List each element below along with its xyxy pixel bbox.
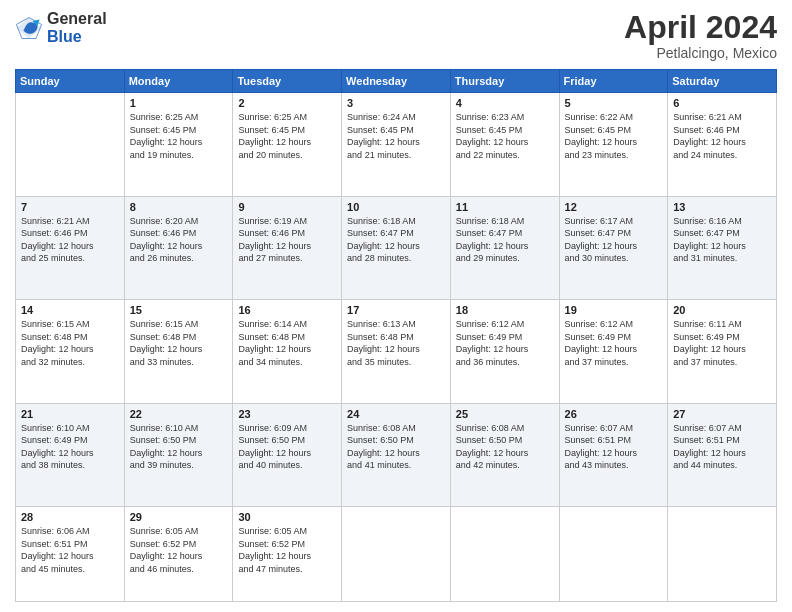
calendar-cell: 28Sunrise: 6:06 AM Sunset: 6:51 PM Dayli… xyxy=(16,507,125,602)
calendar-header-monday: Monday xyxy=(124,70,233,93)
calendar-cell: 23Sunrise: 6:09 AM Sunset: 6:50 PM Dayli… xyxy=(233,403,342,506)
day-number: 23 xyxy=(238,408,336,420)
day-info: Sunrise: 6:23 AM Sunset: 6:45 PM Dayligh… xyxy=(456,111,554,161)
day-info: Sunrise: 6:12 AM Sunset: 6:49 PM Dayligh… xyxy=(565,318,663,368)
calendar-table: SundayMondayTuesdayWednesdayThursdayFrid… xyxy=(15,69,777,602)
logo-blue: Blue xyxy=(47,28,107,46)
day-number: 12 xyxy=(565,201,663,213)
day-number: 28 xyxy=(21,511,119,523)
calendar-cell: 18Sunrise: 6:12 AM Sunset: 6:49 PM Dayli… xyxy=(450,300,559,403)
day-number: 1 xyxy=(130,97,228,109)
day-info: Sunrise: 6:16 AM Sunset: 6:47 PM Dayligh… xyxy=(673,215,771,265)
day-info: Sunrise: 6:08 AM Sunset: 6:50 PM Dayligh… xyxy=(456,422,554,472)
calendar-header-friday: Friday xyxy=(559,70,668,93)
day-number: 8 xyxy=(130,201,228,213)
day-info: Sunrise: 6:18 AM Sunset: 6:47 PM Dayligh… xyxy=(456,215,554,265)
calendar-cell: 14Sunrise: 6:15 AM Sunset: 6:48 PM Dayli… xyxy=(16,300,125,403)
day-info: Sunrise: 6:25 AM Sunset: 6:45 PM Dayligh… xyxy=(130,111,228,161)
day-number: 20 xyxy=(673,304,771,316)
calendar-header-wednesday: Wednesday xyxy=(342,70,451,93)
day-number: 14 xyxy=(21,304,119,316)
day-number: 13 xyxy=(673,201,771,213)
day-number: 15 xyxy=(130,304,228,316)
calendar-cell: 29Sunrise: 6:05 AM Sunset: 6:52 PM Dayli… xyxy=(124,507,233,602)
day-number: 2 xyxy=(238,97,336,109)
logo-text: General Blue xyxy=(47,10,107,45)
calendar-cell: 3Sunrise: 6:24 AM Sunset: 6:45 PM Daylig… xyxy=(342,93,451,196)
day-number: 30 xyxy=(238,511,336,523)
calendar-cell xyxy=(16,93,125,196)
calendar-cell: 19Sunrise: 6:12 AM Sunset: 6:49 PM Dayli… xyxy=(559,300,668,403)
day-info: Sunrise: 6:21 AM Sunset: 6:46 PM Dayligh… xyxy=(21,215,119,265)
calendar-header-row: SundayMondayTuesdayWednesdayThursdayFrid… xyxy=(16,70,777,93)
calendar-week-3: 14Sunrise: 6:15 AM Sunset: 6:48 PM Dayli… xyxy=(16,300,777,403)
day-number: 16 xyxy=(238,304,336,316)
day-number: 17 xyxy=(347,304,445,316)
calendar-cell: 20Sunrise: 6:11 AM Sunset: 6:49 PM Dayli… xyxy=(668,300,777,403)
calendar-cell xyxy=(668,507,777,602)
day-number: 29 xyxy=(130,511,228,523)
day-info: Sunrise: 6:05 AM Sunset: 6:52 PM Dayligh… xyxy=(238,525,336,575)
day-number: 7 xyxy=(21,201,119,213)
calendar-cell: 2Sunrise: 6:25 AM Sunset: 6:45 PM Daylig… xyxy=(233,93,342,196)
day-info: Sunrise: 6:24 AM Sunset: 6:45 PM Dayligh… xyxy=(347,111,445,161)
calendar-cell xyxy=(559,507,668,602)
day-info: Sunrise: 6:06 AM Sunset: 6:51 PM Dayligh… xyxy=(21,525,119,575)
day-info: Sunrise: 6:10 AM Sunset: 6:50 PM Dayligh… xyxy=(130,422,228,472)
calendar-cell: 13Sunrise: 6:16 AM Sunset: 6:47 PM Dayli… xyxy=(668,196,777,299)
page: General Blue April 2024 Petlalcingo, Mex… xyxy=(0,0,792,612)
day-number: 25 xyxy=(456,408,554,420)
calendar-cell: 22Sunrise: 6:10 AM Sunset: 6:50 PM Dayli… xyxy=(124,403,233,506)
calendar-week-2: 7Sunrise: 6:21 AM Sunset: 6:46 PM Daylig… xyxy=(16,196,777,299)
day-info: Sunrise: 6:10 AM Sunset: 6:49 PM Dayligh… xyxy=(21,422,119,472)
calendar-cell: 7Sunrise: 6:21 AM Sunset: 6:46 PM Daylig… xyxy=(16,196,125,299)
calendar-cell: 26Sunrise: 6:07 AM Sunset: 6:51 PM Dayli… xyxy=(559,403,668,506)
calendar-header-sunday: Sunday xyxy=(16,70,125,93)
day-number: 22 xyxy=(130,408,228,420)
calendar-cell: 21Sunrise: 6:10 AM Sunset: 6:49 PM Dayli… xyxy=(16,403,125,506)
calendar-cell: 27Sunrise: 6:07 AM Sunset: 6:51 PM Dayli… xyxy=(668,403,777,506)
day-number: 11 xyxy=(456,201,554,213)
calendar-cell: 25Sunrise: 6:08 AM Sunset: 6:50 PM Dayli… xyxy=(450,403,559,506)
day-info: Sunrise: 6:19 AM Sunset: 6:46 PM Dayligh… xyxy=(238,215,336,265)
calendar-header-saturday: Saturday xyxy=(668,70,777,93)
day-number: 18 xyxy=(456,304,554,316)
logo-icon xyxy=(15,14,43,42)
day-info: Sunrise: 6:22 AM Sunset: 6:45 PM Dayligh… xyxy=(565,111,663,161)
calendar-cell: 10Sunrise: 6:18 AM Sunset: 6:47 PM Dayli… xyxy=(342,196,451,299)
day-info: Sunrise: 6:25 AM Sunset: 6:45 PM Dayligh… xyxy=(238,111,336,161)
calendar-cell: 17Sunrise: 6:13 AM Sunset: 6:48 PM Dayli… xyxy=(342,300,451,403)
calendar-cell xyxy=(450,507,559,602)
calendar-cell: 6Sunrise: 6:21 AM Sunset: 6:46 PM Daylig… xyxy=(668,93,777,196)
calendar-cell: 15Sunrise: 6:15 AM Sunset: 6:48 PM Dayli… xyxy=(124,300,233,403)
day-number: 3 xyxy=(347,97,445,109)
calendar-cell: 24Sunrise: 6:08 AM Sunset: 6:50 PM Dayli… xyxy=(342,403,451,506)
day-number: 5 xyxy=(565,97,663,109)
day-info: Sunrise: 6:15 AM Sunset: 6:48 PM Dayligh… xyxy=(130,318,228,368)
day-info: Sunrise: 6:18 AM Sunset: 6:47 PM Dayligh… xyxy=(347,215,445,265)
title-location: Petlalcingo, Mexico xyxy=(624,45,777,61)
calendar-week-5: 28Sunrise: 6:06 AM Sunset: 6:51 PM Dayli… xyxy=(16,507,777,602)
day-number: 27 xyxy=(673,408,771,420)
day-info: Sunrise: 6:12 AM Sunset: 6:49 PM Dayligh… xyxy=(456,318,554,368)
day-number: 9 xyxy=(238,201,336,213)
day-info: Sunrise: 6:15 AM Sunset: 6:48 PM Dayligh… xyxy=(21,318,119,368)
calendar-cell: 5Sunrise: 6:22 AM Sunset: 6:45 PM Daylig… xyxy=(559,93,668,196)
calendar-cell: 16Sunrise: 6:14 AM Sunset: 6:48 PM Dayli… xyxy=(233,300,342,403)
day-info: Sunrise: 6:13 AM Sunset: 6:48 PM Dayligh… xyxy=(347,318,445,368)
day-number: 19 xyxy=(565,304,663,316)
calendar-week-1: 1Sunrise: 6:25 AM Sunset: 6:45 PM Daylig… xyxy=(16,93,777,196)
calendar-cell: 9Sunrise: 6:19 AM Sunset: 6:46 PM Daylig… xyxy=(233,196,342,299)
logo: General Blue xyxy=(15,10,107,45)
day-info: Sunrise: 6:09 AM Sunset: 6:50 PM Dayligh… xyxy=(238,422,336,472)
calendar-cell: 12Sunrise: 6:17 AM Sunset: 6:47 PM Dayli… xyxy=(559,196,668,299)
day-info: Sunrise: 6:07 AM Sunset: 6:51 PM Dayligh… xyxy=(565,422,663,472)
title-month: April 2024 xyxy=(624,10,777,45)
calendar-cell: 30Sunrise: 6:05 AM Sunset: 6:52 PM Dayli… xyxy=(233,507,342,602)
day-info: Sunrise: 6:08 AM Sunset: 6:50 PM Dayligh… xyxy=(347,422,445,472)
title-block: April 2024 Petlalcingo, Mexico xyxy=(624,10,777,61)
calendar-header-tuesday: Tuesday xyxy=(233,70,342,93)
day-number: 21 xyxy=(21,408,119,420)
calendar-cell xyxy=(342,507,451,602)
day-number: 24 xyxy=(347,408,445,420)
